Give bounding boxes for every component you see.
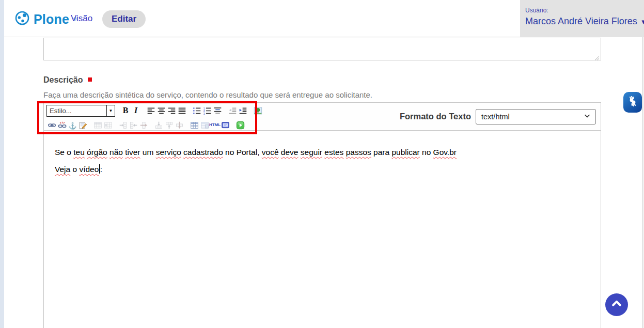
chevron-up-icon bbox=[609, 296, 624, 314]
unlink-button[interactable] bbox=[57, 120, 67, 130]
fullscreen-button[interactable] bbox=[220, 120, 230, 130]
insert-image-button[interactable] bbox=[253, 105, 263, 116]
insert-column-before-button bbox=[118, 120, 128, 130]
bold-button[interactable]: B bbox=[120, 105, 131, 116]
preview-button[interactable] bbox=[235, 120, 245, 130]
indent-button[interactable] bbox=[238, 105, 248, 116]
table-cell-properties-button bbox=[103, 120, 113, 130]
misspelled-word: publicar bbox=[391, 148, 419, 157]
text-segment: : bbox=[100, 165, 102, 174]
misspelled-word: órgão bbox=[87, 148, 107, 157]
sign-language-hands-icon bbox=[626, 95, 639, 110]
outdent-button bbox=[227, 105, 238, 116]
misspelled-word: deve bbox=[281, 148, 299, 157]
misspelled-word: você bbox=[262, 148, 279, 157]
logo-text: Plone bbox=[34, 12, 69, 27]
vlibras-accessibility-button[interactable] bbox=[623, 92, 642, 113]
numbered-list-button[interactable]: 123 bbox=[202, 105, 212, 116]
editor-paragraph: Veja o vídeo: bbox=[55, 161, 590, 178]
text-segment: para bbox=[371, 148, 392, 157]
svg-text:3: 3 bbox=[203, 112, 205, 115]
anchor-button[interactable]: ⚓ bbox=[67, 120, 77, 130]
misspelled-word: tiver bbox=[125, 148, 140, 157]
textarea-resize-handle[interactable] bbox=[594, 54, 600, 63]
page-right-border bbox=[642, 37, 642, 328]
edit-image-button[interactable] bbox=[77, 120, 88, 130]
required-icon bbox=[88, 77, 92, 82]
align-center-button[interactable] bbox=[156, 105, 166, 116]
plone-logo-icon bbox=[14, 10, 30, 28]
table-properties-button[interactable] bbox=[199, 120, 210, 130]
user-label: Usuário: bbox=[525, 7, 644, 14]
page: Plone® Visão Editar Usuário: Marcos Andr… bbox=[0, 0, 644, 328]
insert-link-button[interactable] bbox=[46, 120, 57, 130]
tab-visao[interactable]: Visão bbox=[71, 13, 92, 24]
text-segment: no Portal, bbox=[223, 148, 262, 157]
align-right-button[interactable] bbox=[166, 105, 177, 116]
text-segment: o bbox=[70, 165, 79, 174]
text-format-select[interactable]: text/html bbox=[476, 109, 596, 124]
field-help-text: Faça uma descrição sintética do serviço,… bbox=[43, 90, 372, 99]
insert-row-after-button bbox=[164, 120, 174, 130]
insert-column-after-button bbox=[128, 120, 138, 130]
misspelled-word: Veja bbox=[55, 165, 70, 174]
justify-full-button[interactable] bbox=[177, 105, 187, 116]
blockquote-button[interactable] bbox=[212, 105, 223, 116]
text-format-group: Formato do Texto text/html bbox=[400, 103, 601, 130]
svg-text:⚓: ⚓ bbox=[68, 121, 76, 129]
misspelled-word: estes bbox=[324, 148, 343, 157]
italic-button[interactable]: I bbox=[131, 105, 141, 116]
misspelled-word: vídeo bbox=[79, 165, 99, 174]
misspelled-word: Gov.br bbox=[433, 148, 457, 157]
caret-down-icon: ▼ bbox=[640, 18, 644, 26]
bullet-list-button[interactable] bbox=[192, 105, 202, 116]
text-format-label: Formato do Texto bbox=[400, 112, 471, 121]
delete-row-button bbox=[174, 120, 184, 130]
editor-content[interactable]: Se o teu órgão não tiver um serviço cada… bbox=[44, 131, 601, 328]
insert-table-button[interactable] bbox=[189, 120, 199, 130]
table-row-properties-button bbox=[92, 120, 103, 130]
editor-toolbar: Estilo... ▼ BI123 ⚓HTML Formato do Texto… bbox=[44, 103, 601, 131]
align-left-button[interactable] bbox=[146, 105, 156, 116]
text-segment: no bbox=[420, 148, 433, 157]
plone-logo[interactable]: Plone® bbox=[14, 10, 77, 28]
left-gutter bbox=[0, 0, 4, 328]
text-segment: Se o bbox=[55, 148, 73, 157]
field-label-descricao: Descrição bbox=[43, 75, 92, 85]
misspelled-word: teu bbox=[73, 148, 85, 157]
chevron-down-icon bbox=[584, 112, 591, 121]
tab-editar[interactable]: Editar bbox=[102, 10, 146, 28]
misspelled-word: cadastrado bbox=[183, 148, 223, 157]
style-select[interactable]: Estilo... ▼ bbox=[46, 105, 115, 117]
misspelled-word: passos bbox=[346, 148, 371, 157]
toolbar-buttons: Estilo... ▼ BI123 ⚓HTML bbox=[44, 103, 263, 130]
user-name: Marcos André Vieira Flores▼ bbox=[525, 16, 644, 27]
user-menu[interactable]: Usuário: Marcos André Vieira Flores▼ bbox=[520, 0, 644, 37]
html-source-button[interactable]: HTML bbox=[210, 120, 220, 130]
misspelled-word: não bbox=[109, 148, 123, 157]
back-to-top-button[interactable] bbox=[605, 293, 628, 316]
insert-row-before-button bbox=[153, 120, 164, 130]
header: Plone® Visão Editar Usuário: Marcos Andr… bbox=[4, 0, 644, 37]
field-textarea[interactable] bbox=[43, 38, 601, 60]
editor-paragraph: Se o teu órgão não tiver um serviço cada… bbox=[55, 144, 590, 161]
delete-column-button bbox=[138, 120, 149, 130]
misspelled-word: seguir bbox=[301, 148, 322, 157]
text-segment: um bbox=[140, 148, 156, 157]
chevron-down-icon: ▼ bbox=[106, 105, 115, 116]
richtext-editor: Estilo... ▼ BI123 ⚓HTML Formato do Texto… bbox=[43, 102, 601, 328]
misspelled-word: serviço bbox=[156, 148, 181, 157]
